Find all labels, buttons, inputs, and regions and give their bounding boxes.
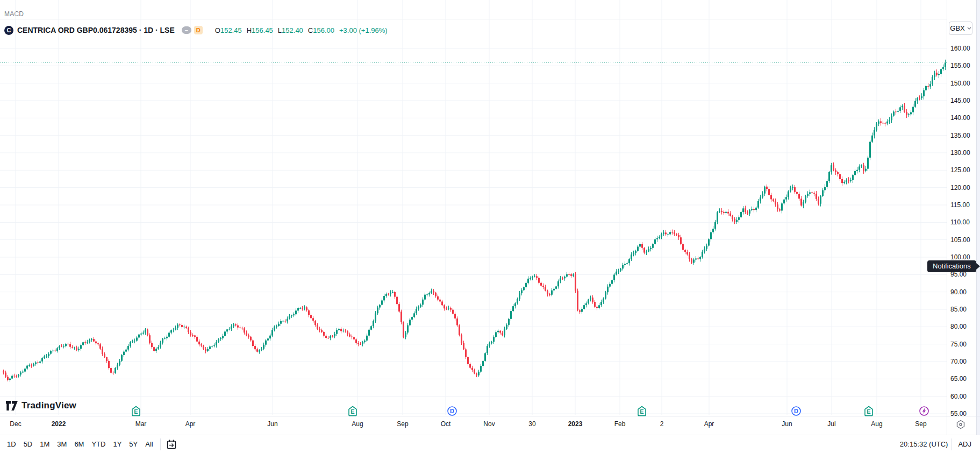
low-value: L152.40 — [278, 26, 303, 34]
price-axis-label: 120.00 — [950, 184, 970, 192]
price-axis-label: 135.00 — [950, 132, 970, 139]
price-axis-label: 160.00 — [950, 45, 970, 52]
range-button-5d[interactable]: 5D — [20, 438, 37, 450]
time-axis-label: Oct — [441, 420, 451, 428]
range-button-ytd[interactable]: YTD — [88, 438, 109, 450]
tradingview-logo-text: TradingView — [22, 400, 76, 411]
svg-text:D: D — [450, 408, 454, 414]
price-axis-label: 85.00 — [950, 306, 967, 313]
time-axis-label: 30 — [528, 420, 535, 428]
time-axis-label: Jun — [267, 420, 277, 428]
chevron-down-icon — [967, 27, 971, 30]
price-axis-label: 105.00 — [950, 236, 970, 244]
ohlc-values: O152.45 H156.45 L152.40 C156.00 +3.00 (+… — [215, 26, 388, 34]
tradingview-chart-window: MACD C CENTRICA ORD GBP0.061728395 · 1D … — [0, 0, 980, 453]
right-edge-strip — [976, 0, 980, 453]
price-axis-label: 110.00 — [950, 218, 970, 226]
close-value: C156.00 — [308, 26, 334, 34]
symbol-info-bar[interactable]: C CENTRICA ORD GBP0.061728395 · 1D · LSE… — [4, 25, 388, 36]
time-axis-border — [0, 416, 980, 416]
axis-settings-gear-icon[interactable] — [956, 420, 965, 429]
time-axis-label: Sep — [397, 420, 408, 428]
range-button-6m[interactable]: 6M — [70, 438, 88, 450]
time-axis-label: 2023 — [568, 420, 583, 428]
price-axis-label: 70.00 — [950, 358, 967, 365]
dividend-marker-icon[interactable]: D — [791, 406, 802, 416]
range-button-1y[interactable]: 1Y — [109, 438, 125, 450]
time-axis-label: Dec — [10, 420, 21, 428]
earnings-marker-icon[interactable]: E — [863, 406, 874, 416]
svg-text:E: E — [134, 408, 138, 415]
currency-unit-button[interactable]: GBX — [949, 22, 972, 35]
svg-text:D: D — [794, 408, 798, 414]
bottom-toolbar: 1D5D1M3M6MYTD1Y5YAll 20:15:32 (UTC) ADJ — [0, 435, 980, 453]
time-axis-label: Nov — [483, 420, 495, 428]
price-axis-label: 75.00 — [950, 341, 967, 348]
price-axis-label: 80.00 — [950, 323, 967, 330]
price-axis-label: 130.00 — [950, 149, 970, 157]
svg-text:E: E — [640, 408, 643, 415]
time-axis-label: Sep — [915, 420, 926, 428]
time-axis-label: 2022 — [52, 420, 66, 428]
time-axis-label: Jul — [827, 420, 835, 428]
data-mode-icon[interactable]: – — [182, 26, 191, 34]
price-axis-label: 145.00 — [950, 97, 970, 104]
range-button-1m[interactable]: 1M — [36, 438, 53, 450]
earnings-marker-icon[interactable]: E — [347, 406, 358, 416]
price-axis-label: 150.00 — [950, 80, 970, 87]
price-axis-label: 115.00 — [950, 201, 970, 209]
time-axis-label: Feb — [614, 420, 626, 428]
split-marker-icon[interactable] — [919, 406, 929, 416]
time-axis-label: Mar — [135, 420, 147, 428]
adjust-data-toggle[interactable]: ADJ — [955, 438, 975, 450]
price-axis-label: 140.00 — [950, 114, 970, 122]
toolbar-right: 20:15:32 (UTC) ADJ — [900, 438, 980, 450]
svg-text:E: E — [350, 408, 354, 415]
price-axis-label: 60.00 — [950, 393, 967, 400]
range-button-1d[interactable]: 1D — [3, 438, 20, 450]
tradingview-logo-icon — [5, 400, 18, 411]
delayed-data-badge[interactable]: D — [194, 26, 203, 34]
price-axis-label: 100.00 — [950, 253, 970, 261]
clock-utc[interactable]: 20:15:32 (UTC) — [900, 440, 948, 448]
price-axis-label: 155.00 — [950, 62, 970, 69]
range-button-3m[interactable]: 3M — [53, 438, 70, 450]
symbol-logo: C — [4, 26, 13, 35]
go-to-date-icon[interactable] — [166, 439, 177, 450]
time-axis-label: Aug — [352, 420, 363, 428]
time-axis-label: Apr — [704, 420, 714, 428]
earnings-marker-icon[interactable]: E — [636, 406, 647, 416]
time-axis-label: Aug — [871, 420, 882, 428]
range-button-all[interactable]: All — [141, 438, 156, 450]
tradingview-watermark[interactable]: TradingView — [5, 400, 76, 411]
range-button-5y[interactable]: 5Y — [125, 438, 141, 450]
toolbar-divider — [160, 438, 161, 450]
svg-text:E: E — [867, 408, 870, 415]
price-axis-border — [947, 0, 947, 435]
toolbar-divider — [951, 438, 952, 450]
change-value: +3.00 (+1.96%) — [339, 26, 388, 34]
open-value: O152.45 — [215, 26, 242, 34]
notifications-tooltip: Notifications — [927, 260, 976, 272]
time-axis-label: 2 — [660, 420, 664, 428]
price-axis-label: 125.00 — [950, 166, 970, 174]
earnings-marker-icon[interactable]: E — [131, 406, 141, 416]
high-value: H156.45 — [247, 26, 273, 34]
candlestick-chart-canvas[interactable] — [0, 0, 947, 416]
time-axis-label: Jun — [782, 420, 792, 428]
range-buttons: 1D5D1M3M6MYTD1Y5YAll — [0, 438, 157, 450]
price-axis-label: 90.00 — [950, 288, 967, 296]
price-axis-label: 65.00 — [950, 375, 967, 383]
dividend-marker-icon[interactable]: D — [447, 406, 457, 416]
currency-label: GBX — [950, 24, 964, 32]
time-axis-label: Apr — [185, 420, 196, 428]
symbol-title[interactable]: CENTRICA ORD GBP0.061728395 · 1D · LSE — [17, 26, 175, 34]
